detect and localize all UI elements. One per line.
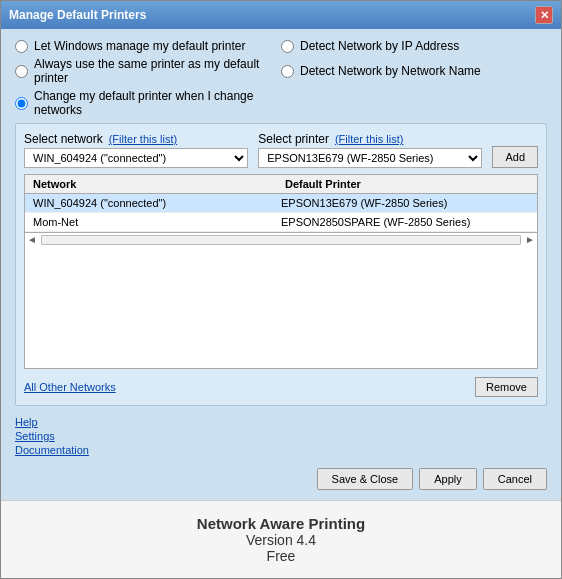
links-section: Help Settings Documentation xyxy=(15,416,547,456)
action-buttons: Save & Close Apply Cancel xyxy=(15,468,547,490)
radio-detect-name-label: Detect Network by Network Name xyxy=(300,64,481,78)
printer-select-group: Select printer (Filter this list) EPSON1… xyxy=(258,132,482,168)
add-button[interactable]: Add xyxy=(492,146,538,168)
row-2-network: Mom-Net xyxy=(33,215,281,229)
save-close-button[interactable]: Save & Close xyxy=(317,468,414,490)
row-1-printer: EPSON13E679 (WF-2850 Series) xyxy=(281,196,529,210)
col-printer-header: Default Printer xyxy=(281,178,533,190)
radio-detect-ip-label: Detect Network by IP Address xyxy=(300,39,459,53)
printer-header: Select printer (Filter this list) xyxy=(258,132,482,146)
main-content: Let Windows manage my default printer De… xyxy=(1,29,561,500)
row-1-network: WIN_604924 ("connected") xyxy=(33,196,281,210)
radio-row-1: Let Windows manage my default printer xyxy=(15,39,281,53)
select-printer-label: Select printer xyxy=(258,132,329,146)
table-body: WIN_604924 ("connected") EPSON13E679 (WF… xyxy=(25,194,537,232)
footer-app-name: Network Aware Printing xyxy=(1,515,561,532)
col-network-header: Network xyxy=(29,178,281,190)
radio-row-detect-name: Detect Network by Network Name xyxy=(281,57,547,85)
radio-options: Let Windows manage my default printer De… xyxy=(15,39,547,117)
footer-banner: Network Aware Printing Version 4.4 Free xyxy=(1,500,561,578)
radio-always-same-label: Always use the same printer as my defaul… xyxy=(34,57,281,85)
network-select-group: Select network (Filter this list) WIN_60… xyxy=(24,132,248,168)
printer-dropdown[interactable]: EPSON13E679 (WF-2850 Series) xyxy=(258,148,482,168)
horizontal-scrollbar[interactable]: ◄ ► xyxy=(25,232,537,246)
radio-let-windows-label: Let Windows manage my default printer xyxy=(34,39,245,53)
main-window: Manage Default Printers ✕ Let Windows ma… xyxy=(0,0,562,579)
table-section: Select network (Filter this list) WIN_60… xyxy=(15,123,547,406)
radio-change-network-label: Change my default printer when I change … xyxy=(34,89,281,117)
table-row[interactable]: Mom-Net EPSON2850SPARE (WF-2850 Series) xyxy=(25,213,537,232)
radio-change-network[interactable] xyxy=(15,97,28,110)
select-network-label: Select network xyxy=(24,132,103,146)
title-bar: Manage Default Printers ✕ xyxy=(1,1,561,29)
radio-row-2: Always use the same printer as my defaul… xyxy=(15,57,281,85)
footer-license: Free xyxy=(1,548,561,564)
footer-version: Version 4.4 xyxy=(1,532,561,548)
cancel-button[interactable]: Cancel xyxy=(483,468,547,490)
all-other-networks-link[interactable]: All Other Networks xyxy=(24,381,116,393)
help-link[interactable]: Help xyxy=(15,416,547,428)
window-title: Manage Default Printers xyxy=(9,8,146,22)
radio-detect-ip[interactable] xyxy=(281,40,294,53)
radio-let-windows[interactable] xyxy=(15,40,28,53)
settings-link[interactable]: Settings xyxy=(15,430,547,442)
network-header: Select network (Filter this list) xyxy=(24,132,248,146)
documentation-link[interactable]: Documentation xyxy=(15,444,547,456)
select-row: Select network (Filter this list) WIN_60… xyxy=(24,132,538,168)
filter-network-link[interactable]: (Filter this list) xyxy=(109,133,177,145)
apply-button[interactable]: Apply xyxy=(419,468,477,490)
filter-printer-link[interactable]: (Filter this list) xyxy=(335,133,403,145)
radio-always-same[interactable] xyxy=(15,65,28,78)
table-row[interactable]: WIN_604924 ("connected") EPSON13E679 (WF… xyxy=(25,194,537,213)
close-button[interactable]: ✕ xyxy=(535,6,553,24)
radio-detect-name[interactable] xyxy=(281,65,294,78)
network-table: Network Default Printer WIN_604924 ("con… xyxy=(24,174,538,369)
radio-row-detect-ip: Detect Network by IP Address xyxy=(281,39,547,53)
bottom-row: All Other Networks Remove xyxy=(24,377,538,397)
close-icon: ✕ xyxy=(540,9,549,22)
network-dropdown[interactable]: WIN_604924 ("connected") xyxy=(24,148,248,168)
remove-button[interactable]: Remove xyxy=(475,377,538,397)
row-2-printer: EPSON2850SPARE (WF-2850 Series) xyxy=(281,215,529,229)
scrollbar-track xyxy=(41,235,521,245)
table-header: Network Default Printer xyxy=(25,175,537,194)
radio-row-3: Change my default printer when I change … xyxy=(15,89,281,117)
